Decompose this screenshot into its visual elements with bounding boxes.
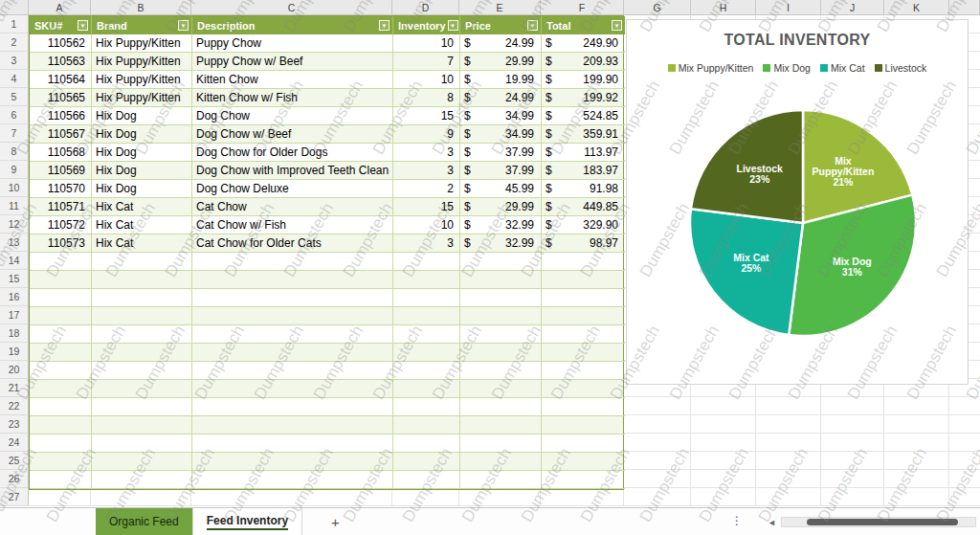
- scrollbar-track[interactable]: [781, 517, 976, 527]
- cell-empty-sku[interactable]: [30, 325, 92, 344]
- cell-price[interactable]: $19.99: [460, 71, 542, 89]
- cell-brand[interactable]: Hix Puppy/Kitten: [92, 89, 192, 107]
- cell-price[interactable]: $32.99: [460, 234, 542, 253]
- cell-description[interactable]: Cat Chow w/ Fish: [192, 216, 393, 234]
- select-all-corner[interactable]: [0, 0, 29, 15]
- row-header-7[interactable]: 7: [0, 124, 29, 143]
- sheet-tab-feed-inventory[interactable]: Feed Inventory: [193, 508, 302, 535]
- row-header-23[interactable]: 23: [0, 415, 29, 434]
- cell-empty-description[interactable]: [192, 307, 393, 325]
- cell-inventory[interactable]: 9: [393, 125, 460, 144]
- cell-empty-sku[interactable]: [30, 362, 92, 380]
- filter-dropdown-icon[interactable]: ▼: [178, 20, 189, 31]
- row-header-5[interactable]: 5: [0, 88, 29, 106]
- cell-empty-sku[interactable]: [30, 416, 92, 435]
- cell-empty-inventory[interactable]: [393, 398, 460, 416]
- cell-total[interactable]: $199.92: [542, 89, 625, 107]
- cell-empty-total[interactable]: [542, 453, 625, 471]
- cell-empty-inventory[interactable]: [393, 344, 460, 362]
- cell-empty-price[interactable]: [460, 398, 542, 416]
- row-header-8[interactable]: 8: [0, 143, 29, 161]
- row-header-16[interactable]: 16: [0, 288, 29, 306]
- cell-inventory[interactable]: 8: [393, 89, 460, 107]
- cell-brand[interactable]: Hix Dog: [92, 107, 192, 125]
- row-header-18[interactable]: 18: [0, 324, 29, 343]
- cell-description[interactable]: Dog Chow Deluxe: [192, 180, 393, 198]
- cell-sku[interactable]: 110565: [30, 89, 92, 107]
- cell-brand[interactable]: Hix Dog: [92, 162, 192, 180]
- row-header-12[interactable]: 12: [0, 215, 29, 234]
- cell-empty-total[interactable]: [542, 362, 625, 380]
- cell-empty-brand[interactable]: [92, 416, 192, 435]
- filter-dropdown-icon[interactable]: ▼: [78, 20, 88, 31]
- cell-empty-price[interactable]: [460, 289, 542, 307]
- cell-empty-price[interactable]: [460, 453, 542, 471]
- cell-empty-inventory[interactable]: [393, 325, 460, 344]
- cell-description[interactable]: Cat Chow: [192, 198, 393, 216]
- cell-inventory[interactable]: 10: [393, 71, 460, 89]
- cell-empty-total[interactable]: [542, 344, 625, 362]
- cell-price[interactable]: $37.99: [460, 144, 542, 162]
- table-header-price[interactable]: Price▼: [460, 16, 542, 34]
- row-header-14[interactable]: 14: [0, 252, 29, 270]
- row-header-13[interactable]: 13: [0, 234, 29, 252]
- cell-price[interactable]: $24.99: [460, 34, 542, 53]
- cell-total[interactable]: $98.97: [542, 234, 625, 253]
- chart-area[interactable]: TOTAL INVENTORY Mix Puppy/KittenMix DogM…: [626, 19, 969, 385]
- cell-empty-total[interactable]: [542, 325, 625, 344]
- cell-inventory[interactable]: 15: [393, 107, 460, 125]
- cell-empty-description[interactable]: [192, 471, 393, 489]
- cell-inventory[interactable]: 7: [393, 53, 460, 71]
- cell-sku[interactable]: 110567: [30, 125, 92, 144]
- filter-dropdown-icon[interactable]: ▼: [527, 20, 538, 31]
- cell-description[interactable]: Dog Chow w/ Beef: [192, 125, 393, 144]
- cell-brand[interactable]: Hix Puppy/Kitten: [92, 71, 192, 89]
- cell-inventory[interactable]: 2: [393, 180, 460, 198]
- cell-inventory[interactable]: 3: [393, 144, 460, 162]
- cell-sku[interactable]: 110573: [30, 234, 92, 253]
- cell-empty-sku[interactable]: [30, 253, 92, 271]
- cell-empty-description[interactable]: [192, 380, 393, 398]
- cell-inventory[interactable]: 3: [393, 162, 460, 180]
- cell-price[interactable]: $24.99: [460, 89, 542, 107]
- cell-empty-price[interactable]: [460, 416, 542, 435]
- cell-total[interactable]: $91.98: [542, 180, 625, 198]
- cell-empty-description[interactable]: [192, 398, 393, 416]
- legend-item[interactable]: Livestock: [875, 62, 927, 74]
- sheet-tab-organic-feed[interactable]: Organic Feed: [96, 508, 193, 535]
- row-header-22[interactable]: 22: [0, 397, 29, 415]
- cell-sku[interactable]: 110572: [30, 216, 92, 234]
- row-header-25[interactable]: 25: [0, 452, 29, 470]
- cell-sku[interactable]: 110570: [30, 180, 92, 198]
- cell-price[interactable]: $45.99: [460, 180, 542, 198]
- cell-empty-description[interactable]: [192, 253, 393, 271]
- cell-empty-brand[interactable]: [92, 453, 192, 471]
- filter-dropdown-icon[interactable]: ▼: [612, 20, 622, 31]
- cell-empty-inventory[interactable]: [393, 307, 460, 325]
- column-header-I[interactable]: I: [756, 0, 821, 15]
- cell-empty-total[interactable]: [542, 271, 625, 289]
- cell-inventory[interactable]: 15: [393, 198, 460, 216]
- cell-brand[interactable]: Hix Cat: [92, 216, 192, 234]
- cell-price[interactable]: $34.99: [460, 107, 542, 125]
- cell-empty-total[interactable]: [542, 253, 625, 271]
- cell-price[interactable]: $29.99: [460, 53, 542, 71]
- row-header-19[interactable]: 19: [0, 343, 29, 361]
- scroll-left-icon[interactable]: ◄: [768, 518, 776, 527]
- table-header-inventory[interactable]: Inventory▼: [393, 16, 460, 34]
- cell-empty-price[interactable]: [460, 325, 542, 344]
- cell-empty-price[interactable]: [460, 253, 542, 271]
- legend-item[interactable]: Mix Dog: [763, 62, 811, 74]
- cell-sku[interactable]: 110563: [30, 53, 92, 71]
- cell-empty-description[interactable]: [192, 453, 393, 471]
- row-header-21[interactable]: 21: [0, 379, 29, 397]
- cell-empty-inventory[interactable]: [393, 453, 460, 471]
- column-header-G[interactable]: G: [624, 0, 691, 15]
- cell-empty-price[interactable]: [460, 435, 542, 453]
- cell-description[interactable]: Dog Chow for Older Dogs: [192, 144, 393, 162]
- cell-empty-brand[interactable]: [92, 398, 192, 416]
- cell-brand[interactable]: Hix Dog: [92, 180, 192, 198]
- cell-sku[interactable]: 110566: [30, 107, 92, 125]
- cell-empty-brand[interactable]: [92, 307, 192, 325]
- cell-empty-total[interactable]: [542, 398, 625, 416]
